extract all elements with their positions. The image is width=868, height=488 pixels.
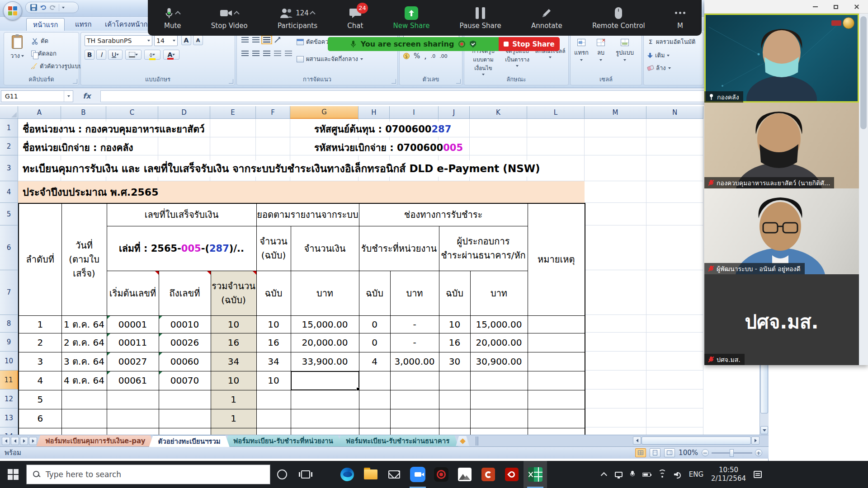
row-header-9[interactable]: 9 (0, 333, 18, 352)
cell[interactable]: 4 (359, 352, 390, 371)
increase-decimal-icon[interactable]: .0 (431, 53, 436, 59)
scroll-left-button[interactable] (633, 436, 641, 445)
cell[interactable] (470, 409, 528, 428)
header-cbab-1[interactable]: ฉบับ (256, 271, 291, 315)
cortana-button[interactable] (270, 461, 294, 488)
cell[interactable]: 4 ต.ค. 64 (61, 371, 107, 390)
font-name-select[interactable]: TH SarabunPS (85, 35, 152, 46)
cell[interactable] (359, 409, 390, 428)
cell[interactable] (107, 428, 159, 435)
cell[interactable]: 00010 (159, 315, 211, 333)
mute-button[interactable]: Mute (164, 6, 181, 30)
cell-a2[interactable]: ชื่อหน่วยเบิกจ่าย : กองคลัง (23, 140, 133, 155)
percent-icon[interactable]: % (414, 52, 420, 60)
cell[interactable] (256, 409, 291, 428)
header-amount[interactable]: จำนวนเงิน (291, 226, 359, 271)
column-header-G[interactable]: G (290, 106, 359, 119)
cell[interactable] (470, 428, 528, 435)
cell[interactable]: 0 (359, 315, 390, 333)
header-start-no[interactable]: เริ่มต้นเลขที่ (107, 271, 159, 315)
cell[interactable] (470, 371, 528, 390)
active-cell-G11[interactable] (291, 371, 359, 390)
mute-options-chevron[interactable] (175, 11, 181, 17)
tab-home[interactable]: หน้าแรก (26, 18, 65, 31)
maximize-button[interactable] (826, 0, 846, 14)
header-baht-3[interactable]: บาท (470, 271, 528, 315)
cell[interactable] (359, 428, 390, 435)
zoom-in-button[interactable]: + (755, 449, 762, 456)
cell[interactable] (61, 409, 107, 428)
cell[interactable] (159, 428, 211, 435)
cell-f1[interactable]: รหัสศูนย์ต้นทุน : 0700600287 (314, 122, 451, 136)
cell[interactable]: 16 (211, 333, 256, 352)
row-header-3[interactable]: 3 (0, 155, 18, 181)
format-painter-button[interactable]: ตัวคัดวางรูปแบบ (31, 61, 82, 71)
grow-font-button[interactable]: A (181, 35, 191, 45)
header-total-count[interactable]: รวมจำนวน(ฉบับ) (211, 271, 256, 315)
cell[interactable] (61, 390, 107, 409)
cell[interactable]: 1 ต.ค. 64 (61, 315, 107, 333)
cell[interactable] (390, 409, 439, 428)
page-break-view-button[interactable] (664, 448, 675, 457)
row-header-7[interactable]: 7 (0, 270, 18, 315)
action-center-icon[interactable] (754, 471, 762, 478)
shrink-font-button[interactable]: A (193, 35, 203, 45)
row-header-6[interactable]: 6 (0, 225, 18, 270)
formula-input[interactable] (100, 90, 766, 102)
cell[interactable]: 2 ต.ค. 64 (61, 333, 107, 352)
cell[interactable] (291, 428, 359, 435)
number-dialog-launcher[interactable] (456, 79, 461, 84)
header-to-no[interactable]: ถึงเลขที่ (159, 271, 211, 315)
cell[interactable]: 6 (19, 409, 61, 428)
cell[interactable] (528, 333, 585, 352)
bold-button[interactable]: B (85, 50, 94, 60)
cell[interactable] (528, 315, 585, 333)
save-icon[interactable] (30, 4, 37, 11)
cell[interactable]: 5 (19, 390, 61, 409)
video-panel-scrollbar[interactable] (859, 14, 868, 365)
language-indicator[interactable]: ENG (689, 470, 703, 479)
cell[interactable] (439, 371, 470, 390)
cell[interactable] (359, 371, 390, 390)
office-button[interactable] (3, 1, 22, 20)
format-cells-button[interactable]: รูปแบบ (616, 39, 634, 61)
participants-button[interactable]: 124 Participants (278, 6, 317, 30)
cell[interactable] (528, 390, 585, 409)
zoom-level-text[interactable]: 100% (679, 449, 698, 457)
qat-customize-icon[interactable] (62, 7, 65, 9)
row-header-5[interactable]: 5 (0, 203, 18, 225)
align-right-icon[interactable] (263, 51, 270, 56)
zoom-out-button[interactable]: − (702, 449, 709, 456)
participants-chevron[interactable] (310, 11, 316, 17)
first-sheet-button[interactable] (2, 437, 10, 445)
row-header-14[interactable]: 14 (0, 427, 18, 435)
cell[interactable]: 00026 (159, 333, 211, 352)
decrease-decimal-icon[interactable]: .00 (439, 53, 448, 59)
insert-cells-button[interactable]: แทรก (574, 39, 589, 61)
cell[interactable]: 4 (19, 371, 61, 390)
orientation-icon[interactable] (274, 36, 281, 43)
font-size-select[interactable]: 14 (154, 35, 178, 46)
header-pay-at-office[interactable]: รับชำระที่หน่วยงาน (359, 226, 439, 271)
video-tile-3[interactable]: ผู้พัฒนาระบบ - อนันต์ อยู่ทองดี (704, 188, 859, 274)
horizontal-scroll-thumb[interactable] (642, 436, 751, 445)
cell[interactable]: - (390, 333, 439, 352)
cell[interactable]: 3,000.00 (390, 352, 439, 371)
header-date[interactable]: วันที่(ตามใบเสร็จ) (61, 203, 107, 315)
cell[interactable]: 10 (256, 315, 291, 333)
column-header-L[interactable]: L (527, 106, 585, 119)
align-top-icon[interactable] (241, 37, 249, 42)
merge-center-button[interactable]: ผสานและจัดกึ่งกลาง (297, 54, 363, 64)
horizontal-scrollbar[interactable] (633, 436, 760, 446)
cell[interactable] (470, 390, 528, 409)
cell[interactable]: 00060 (159, 352, 211, 371)
cell[interactable] (390, 390, 439, 409)
taskbar-file-explorer[interactable] (359, 461, 382, 488)
chat-button[interactable]: 24 Chat (347, 6, 363, 30)
column-header-K[interactable]: K (470, 106, 527, 119)
cell[interactable] (61, 428, 107, 435)
sheet-tab-4[interactable]: ฟอร์มทะเบียน-รับชำระผ่านธนาคาร (337, 435, 459, 447)
comma-style-icon[interactable]: , (424, 52, 426, 61)
zoom-slider[interactable]: − + (702, 449, 762, 456)
column-header-J[interactable]: J (439, 106, 470, 119)
